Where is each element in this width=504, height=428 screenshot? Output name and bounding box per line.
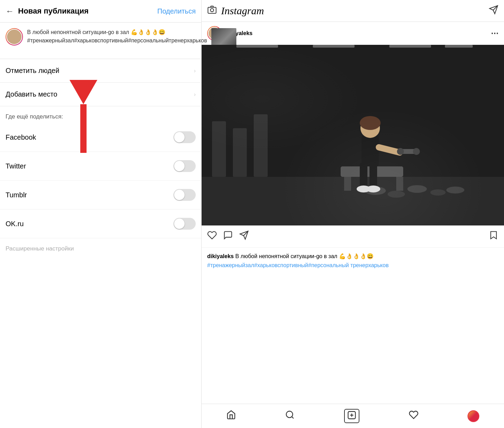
okru-toggle-row: OK.ru xyxy=(0,209,201,238)
post-hashtags: #тренажерныйзал#харьковспортивный#персон… xyxy=(27,38,207,43)
gym-image-overlay xyxy=(202,45,504,225)
camera-icon[interactable] xyxy=(207,5,217,17)
caption-hashtags: #тренажерныйзал#харьковспортивный#персон… xyxy=(207,262,389,268)
back-button[interactable]: ← xyxy=(6,6,14,16)
send-icon[interactable] xyxy=(489,5,498,17)
post-username: dikiyaleks xyxy=(226,30,491,36)
twitter-toggle[interactable] xyxy=(173,160,196,172)
add-location-label: Добавить место xyxy=(6,90,57,98)
facebook-label: Facebook xyxy=(6,133,36,141)
comment-icon[interactable] xyxy=(223,230,233,242)
caption-text: dikiyaleks В любой непонятной ситуации-g… xyxy=(207,252,498,270)
post-preview: В любой непонятной ситуации-go в зал 💪👌👌… xyxy=(0,23,201,59)
twitter-label: Twitter xyxy=(6,162,26,170)
tumblr-toggle-row: Tumblr xyxy=(0,181,201,209)
more-options-icon[interactable]: ⋯ xyxy=(491,29,498,38)
svg-line-36 xyxy=(292,417,294,418)
share-button[interactable]: Поделиться xyxy=(157,7,196,15)
advanced-settings-link[interactable]: Расширенные настройки xyxy=(0,238,201,259)
svg-marker-34 xyxy=(491,232,496,239)
like-icon[interactable] xyxy=(207,230,217,242)
avatar-inner xyxy=(6,29,22,45)
facebook-toggle-knob xyxy=(174,132,185,142)
caption-body: В любой непонятной ситуации-go в зал 💪👌👌… xyxy=(235,253,374,259)
twitter-toggle-knob xyxy=(174,161,185,171)
facebook-toggle-row: Facebook xyxy=(0,123,201,152)
tumblr-label: Tumblr xyxy=(6,191,27,199)
share-section-title: Где ещё поделиться: xyxy=(6,113,63,120)
post-header: dikiyaleks ⋯ xyxy=(202,22,504,45)
left-header: ← Новая публикация Поделиться xyxy=(0,0,201,23)
post-caption: В любой непонятной ситуации-go в зал 💪👌👌… xyxy=(27,28,207,45)
search-nav-icon[interactable] xyxy=(285,410,295,422)
save-icon[interactable] xyxy=(489,230,498,242)
bottom-nav xyxy=(202,404,504,428)
add-location-item[interactable]: Добавить место › xyxy=(0,83,201,106)
home-nav-icon[interactable] xyxy=(226,410,236,422)
facebook-toggle[interactable] xyxy=(173,131,196,143)
instagram-logo: Instagram xyxy=(221,5,489,17)
tag-people-item[interactable]: Отметить людей › xyxy=(0,59,201,83)
okru-label: OK.ru xyxy=(6,220,24,228)
caption-area: dikiyaleks В любой непонятной ситуации-g… xyxy=(202,248,504,274)
okru-toggle[interactable] xyxy=(173,218,196,230)
okru-toggle-knob xyxy=(174,219,185,229)
instagram-header: Instagram xyxy=(202,0,504,22)
tumblr-toggle-knob xyxy=(174,190,185,200)
svg-point-35 xyxy=(286,411,293,418)
add-post-nav-icon[interactable] xyxy=(344,409,359,423)
post-image-background xyxy=(202,45,504,225)
action-bar xyxy=(202,225,504,248)
avatar xyxy=(6,28,23,46)
heart-nav-icon[interactable] xyxy=(409,410,418,422)
tag-people-label: Отметить людей xyxy=(6,67,59,75)
chevron-right-icon-2: › xyxy=(194,91,196,98)
share-section: Где ещё поделиться: xyxy=(0,106,201,123)
twitter-toggle-row: Twitter xyxy=(0,152,201,181)
right-panel: Instagram dikiyaleks ⋯ xyxy=(202,0,504,428)
chevron-right-icon: › xyxy=(194,68,196,74)
tumblr-toggle[interactable] xyxy=(173,189,196,201)
svg-point-1 xyxy=(210,9,213,12)
post-image xyxy=(202,45,504,225)
caption-username: dikiyaleks xyxy=(207,253,234,259)
share-icon[interactable] xyxy=(239,230,249,242)
profile-nav-icon[interactable] xyxy=(468,410,479,422)
page-title: Новая публикация xyxy=(18,7,157,16)
